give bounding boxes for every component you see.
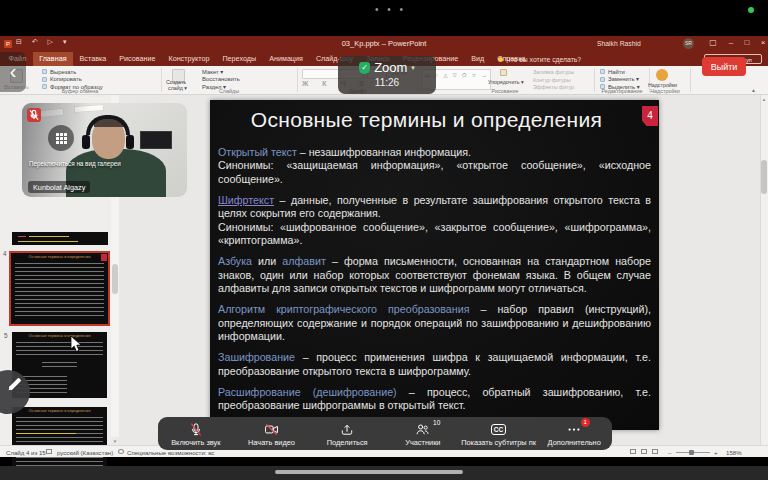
slide-text-segment: Открытый текст — [218, 146, 297, 158]
slide-paragraph: Шифртекст – данные, полученные в результ… — [218, 194, 651, 248]
document-scrollbar-thumb[interactable] — [761, 160, 767, 194]
app-switcher-dots-icon[interactable]: • • • — [375, 4, 406, 15]
layout-button[interactable]: Макет ▾ — [202, 69, 223, 75]
panel-scrollbar-thumb[interactable] — [112, 264, 118, 294]
slide-text-segment: Азбука — [218, 255, 252, 267]
shape-outline-button[interactable]: Контур фигуры — [533, 77, 571, 83]
camera-active-indicator-icon — [748, 7, 754, 13]
chevron-down-icon: ▾ — [411, 64, 415, 72]
slide-text-segment: Синонимы: «шифрованное сообщение», «закр… — [218, 221, 651, 246]
meeting-info-pill[interactable]: ✓ Zoom ▾ 11:26 — [338, 56, 436, 94]
meeting-time: 11:26 — [338, 77, 436, 88]
slide-text-segment: Синонимы: «защищаемая информация», «откр… — [218, 159, 651, 184]
zoom-in-button[interactable]: + — [714, 449, 718, 456]
find-icon — [600, 69, 605, 74]
share-screen-icon — [339, 422, 356, 437]
tell-me-box[interactable]: Что вы хотите сделать? — [498, 52, 581, 66]
slide-paragraph: Открытый текст – незашифрованная информа… — [218, 146, 651, 186]
mic-off-icon — [187, 422, 204, 437]
participants-icon: 10 — [414, 422, 431, 437]
toolbar-more-button[interactable]: 1Дополнительно — [536, 417, 612, 450]
group-divider — [297, 68, 298, 92]
collapse-panel-arrow[interactable]: ‹ — [0, 52, 26, 92]
tab-переходы[interactable]: Переходы — [216, 52, 263, 66]
toolbar-camera-off-button[interactable]: Начать видео — [234, 417, 310, 450]
thumb-badge — [101, 254, 107, 261]
group-divider — [690, 68, 691, 92]
reset-button[interactable]: Восстановить — [202, 76, 240, 82]
gallery-view-button[interactable] — [48, 125, 74, 151]
tab-рисование[interactable]: Рисование — [113, 52, 162, 66]
participants-count: 10 — [433, 419, 440, 426]
pencil-icon — [9, 378, 22, 391]
grid-icon — [56, 133, 67, 144]
slide-text-segment: алфавит — [282, 255, 325, 267]
slide-text-segment: Алгоритм криптографического преобразован… — [218, 303, 469, 315]
slide-paragraph: Зашифрование – процесс применения шифра … — [218, 351, 651, 378]
group-divider — [594, 68, 595, 92]
titlebar: P ⊟ ↶ ▷ ▾ 03_Kp.pptx – PowerPoint Shaikh… — [0, 36, 768, 52]
tab-главная[interactable]: Главная — [33, 52, 73, 66]
slide-thumbnail-4[interactable]: Основные термины и определения — [11, 253, 108, 324]
slide-text-segment: – незашифрованная информация. — [297, 146, 471, 158]
tab-конструктор[interactable]: Конструктор — [162, 52, 216, 66]
restore-icon[interactable]: □ — [740, 38, 754, 47]
normal-view-icon[interactable] — [630, 449, 636, 454]
slide-sorter-view-icon[interactable] — [641, 449, 647, 454]
participant-video-tile[interactable]: Переключиться на вид галереи Kunbolat Al… — [22, 103, 187, 197]
zoom-out-button[interactable]: – — [668, 449, 671, 456]
copy-button[interactable]: Копировать — [50, 76, 82, 82]
toolbar-participants-button[interactable]: 10Участники — [385, 417, 461, 450]
slide-paragraph: Алгоритм криптографического преобразован… — [218, 303, 651, 343]
thumbnail-number: 4 — [3, 250, 7, 257]
mouse-cursor — [70, 336, 84, 354]
slide-thumbnail-3-partial[interactable] — [12, 232, 108, 245]
zoom-percent[interactable]: 158% — [726, 449, 742, 456]
panel-scroll-down-icon[interactable]: ▾ — [111, 437, 119, 445]
toolbar-share-screen-button[interactable]: Поделиться — [309, 417, 385, 450]
shape-fill-button[interactable]: Заливка фигуры — [533, 69, 574, 75]
cut-button[interactable]: Вырезать — [50, 69, 76, 75]
zoom-shield-icon: ✓ — [359, 62, 370, 74]
collapse-ribbon-icon[interactable]: ▴ — [752, 86, 755, 93]
toolbar-captions-button[interactable]: CCПоказать субтитры пк — [461, 417, 537, 450]
avatar[interactable]: SR — [683, 38, 694, 49]
toolbar-button-label: Включить звук — [171, 438, 220, 447]
tab-вид[interactable]: Вид — [465, 52, 491, 66]
editing-group-label: Редактирование — [596, 88, 648, 94]
minimize-icon[interactable]: – — [724, 38, 738, 47]
zoom-slider-knob[interactable] — [689, 450, 694, 455]
home-indicator[interactable] — [275, 470, 463, 474]
thumbnail-number: 5 — [4, 332, 8, 339]
close-icon[interactable]: × — [756, 38, 768, 47]
toolbar-button-label: Поделиться — [327, 438, 368, 447]
arrange-icon — [500, 69, 507, 76]
notification-badge: 1 — [581, 418, 590, 427]
toolbar-mic-off-button[interactable]: Включить звук — [158, 417, 234, 450]
bottom-dock — [0, 466, 768, 480]
document-scrollbar[interactable] — [760, 95, 768, 445]
toolbar-button-label: Участники — [405, 438, 440, 447]
slide-text-segment: Шифртекст — [218, 194, 274, 206]
slide-body: Открытый текст – незашифрованная информа… — [218, 146, 651, 420]
notes-icon[interactable] — [46, 449, 52, 454]
slide-paragraph: Азбука или алфавит – форма письменности,… — [218, 255, 651, 295]
addins-group-label: Надстройки — [645, 88, 685, 94]
arrange-button[interactable]: Упорядочить ▾ — [488, 79, 524, 85]
replace-button[interactable]: Заменить ▾ — [608, 76, 639, 82]
meeting-brand: Zoom — [374, 60, 407, 75]
scroll-up-icon[interactable]: ▴ — [760, 95, 768, 104]
ribbon-display-options-icon[interactable]: ▢ — [706, 38, 720, 47]
leave-meeting-button[interactable]: Выйти — [702, 57, 746, 76]
slide-number-badge: 4 — [642, 106, 658, 126]
language-status[interactable]: русский (Казахстан) — [57, 449, 113, 456]
more-icon: 1 — [566, 422, 583, 437]
slide-title: Основные термины и определения — [220, 108, 633, 132]
slideshow-view-icon[interactable] — [652, 449, 658, 454]
muted-mic-icon — [27, 108, 41, 122]
tab-анимация[interactable]: Анимация — [263, 52, 310, 66]
copy-icon — [42, 77, 47, 82]
account-name[interactable]: Shaikh Rashid — [597, 40, 641, 47]
tab-вставка[interactable]: Вставка — [73, 52, 113, 66]
find-button[interactable]: Найти — [608, 69, 625, 75]
